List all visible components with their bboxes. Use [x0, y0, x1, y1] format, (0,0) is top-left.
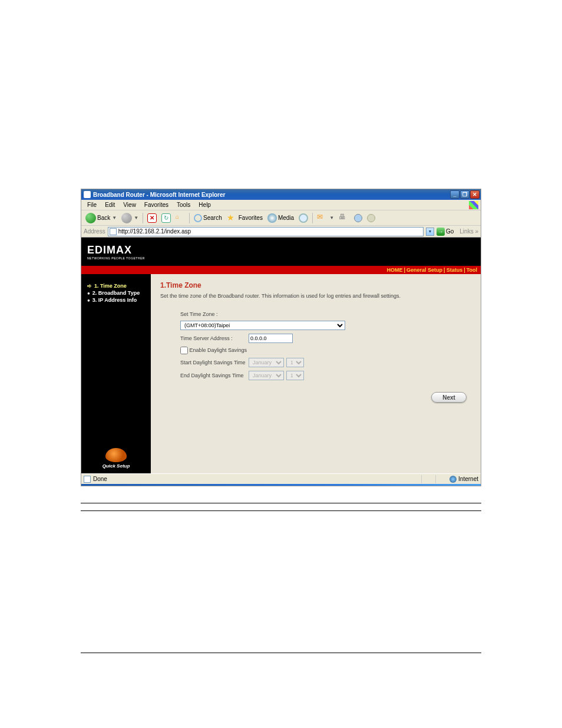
sidebar-item-ipaddress[interactable]: 3. IP Address Info: [87, 297, 151, 304]
page-header: EDIMAX NETWORKING PEOPLE TOGETHER: [81, 238, 481, 266]
windows-logo-icon: [469, 201, 478, 209]
title-bar: Broadband Router - Microsoft Internet Ex…: [81, 189, 481, 200]
stop-button[interactable]: ✕: [146, 212, 158, 224]
discuss-icon: [367, 214, 375, 222]
edit-button[interactable]: [352, 213, 364, 223]
mail-icon: ✉: [317, 213, 328, 223]
bullet-icon: [87, 298, 90, 303]
forward-icon: [121, 213, 132, 223]
page-description: Set the time zone of the Broadband route…: [160, 293, 471, 299]
sidebar-item-timezone[interactable]: 1. Time Zone: [87, 282, 151, 289]
brand-logo: EDIMAX NETWORKING PEOPLE TOGETHER: [87, 244, 145, 260]
go-icon: →: [437, 228, 445, 236]
security-zone: Internet: [449, 476, 478, 483]
refresh-icon: ↻: [161, 213, 171, 223]
address-dropdown[interactable]: ▾: [426, 228, 434, 236]
address-bar: Address http://192.168.2.1/index.asp ▾ →…: [81, 226, 481, 238]
stop-icon: ✕: [147, 213, 157, 223]
timezone-select[interactable]: (GMT+08:00)Taipei: [180, 321, 345, 330]
page-heading: 1.Time Zone: [160, 281, 471, 289]
internet-zone-icon: [449, 476, 457, 483]
next-button[interactable]: Next: [431, 392, 467, 403]
discuss-button[interactable]: [365, 213, 377, 223]
quick-setup[interactable]: Quick Setup: [81, 448, 151, 469]
back-icon: [85, 213, 96, 223]
address-field[interactable]: http://192.168.2.1/index.asp: [108, 227, 424, 236]
dst-end-day[interactable]: 1: [286, 371, 304, 380]
taskbar-edge: [81, 484, 481, 486]
dst-enable-checkbox[interactable]: [180, 347, 188, 354]
go-button[interactable]: → Go: [437, 228, 454, 236]
page-separator: [81, 503, 481, 503]
home-icon: ⌂: [176, 213, 185, 223]
nav-tool[interactable]: Tool: [467, 267, 477, 273]
close-button[interactable]: ✕: [470, 190, 480, 199]
nav-general[interactable]: General Setup: [406, 267, 442, 273]
dst-start-day[interactable]: 1: [286, 358, 304, 367]
toolbar: Back ▼ ▼ ✕ ↻ ⌂ Search ★ Favorites Med: [81, 210, 481, 226]
page-separator: [81, 510, 481, 511]
media-button[interactable]: Media: [266, 212, 296, 224]
separator: [312, 213, 313, 223]
favorites-button[interactable]: ★ Favorites: [225, 212, 265, 225]
set-timezone-label: Set Time Zone :: [160, 311, 249, 317]
page-status-icon: [84, 476, 91, 483]
nav-home[interactable]: HOME: [387, 267, 403, 273]
dst-start-month[interactable]: January: [249, 358, 284, 367]
status-text: Done: [93, 476, 107, 482]
history-button[interactable]: [297, 212, 310, 224]
server-label: Time Server Address :: [160, 335, 249, 341]
main-panel: 1.Time Zone Set the time zone of the Bro…: [151, 274, 481, 473]
sidebar-item-broadband[interactable]: 2. Broadband Type: [87, 289, 151, 297]
back-button[interactable]: Back ▼: [84, 212, 118, 225]
back-dropdown-icon[interactable]: ▼: [112, 215, 117, 220]
menu-bar: File Edit View Favorites Tools Help: [81, 200, 481, 210]
dst-end-label: End Daylight Savings Time: [160, 373, 249, 378]
address-url: http://192.168.2.1/index.asp: [118, 228, 191, 235]
edit-icon: [354, 214, 362, 222]
page-content: EDIMAX NETWORKING PEOPLE TOGETHER HOME| …: [81, 238, 481, 473]
bullet-icon: [87, 291, 90, 296]
page-separator: [81, 653, 481, 653]
home-button[interactable]: ⌂: [174, 212, 187, 224]
dst-start-label: Start Daylight Savings Time: [160, 360, 249, 365]
window-title: Broadband Router - Microsoft Internet Ex…: [93, 192, 450, 198]
menu-tools[interactable]: Tools: [173, 200, 194, 209]
address-label: Address: [84, 228, 105, 235]
search-icon: [194, 214, 202, 222]
separator: [143, 213, 143, 223]
status-cell: [435, 475, 447, 483]
quick-setup-icon: [105, 448, 127, 462]
search-button[interactable]: Search: [192, 213, 224, 223]
menu-view[interactable]: View: [120, 200, 140, 209]
arrow-icon: [87, 283, 92, 289]
print-button[interactable]: 🖶: [337, 212, 351, 225]
menu-edit[interactable]: Edit: [101, 200, 118, 209]
nav-status[interactable]: Status: [447, 267, 463, 273]
page-icon: [110, 228, 117, 235]
separator: [189, 213, 190, 223]
menu-file[interactable]: File: [84, 200, 100, 209]
print-icon: 🖶: [339, 213, 349, 223]
media-icon: [267, 213, 277, 223]
sidebar: 1. Time Zone 2. Broadband Type 3. IP Add…: [81, 274, 151, 473]
top-nav: HOME| General Setup| Status| Tool: [81, 266, 481, 274]
status-bar: Done Internet: [81, 473, 481, 484]
links-label[interactable]: Links »: [459, 228, 478, 235]
minimize-button[interactable]: _: [450, 190, 459, 199]
refresh-button[interactable]: ↻: [160, 212, 173, 224]
forward-button[interactable]: ▼: [120, 212, 140, 225]
time-server-input[interactable]: [249, 334, 293, 343]
mail-button[interactable]: ✉▼: [315, 212, 336, 225]
forward-dropdown-icon[interactable]: ▼: [134, 215, 138, 220]
dst-enable-label: Enable Daylight Savings: [190, 347, 247, 353]
dst-end-month[interactable]: January: [249, 371, 284, 380]
menu-help[interactable]: Help: [195, 200, 214, 209]
status-cell: [421, 475, 433, 483]
maximize-button[interactable]: ❐: [460, 190, 470, 199]
history-icon: [299, 213, 308, 223]
ie-window: Broadband Router - Microsoft Internet Ex…: [81, 189, 481, 486]
menu-favorites[interactable]: Favorites: [141, 200, 172, 209]
star-icon: ★: [227, 213, 237, 223]
ie-icon: [84, 191, 91, 198]
